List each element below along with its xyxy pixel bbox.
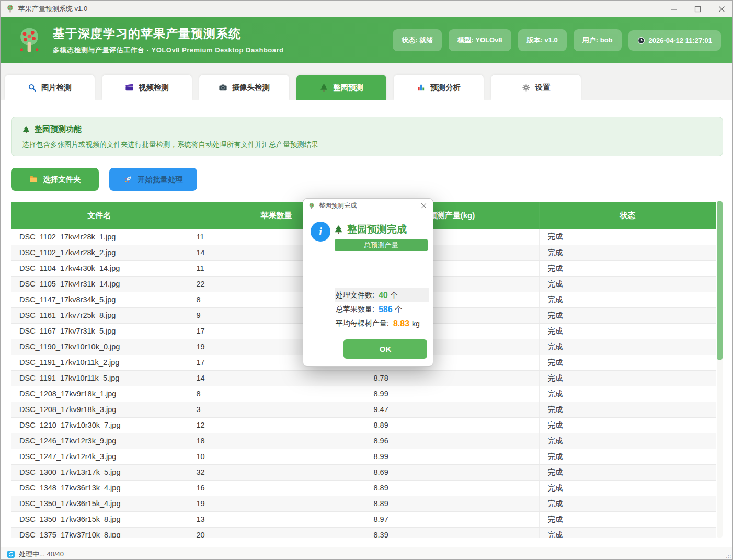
tab-label: 视频检测 [139,83,169,93]
dialog-divider [303,334,433,334]
cell-status: 完成 [539,417,716,433]
table-row[interactable]: DSC_1246_17kv12r3k_9.jpg188.96完成 [11,433,716,449]
cell-yield-kg: 9.47 [365,402,539,417]
minimize-button[interactable] [661,1,685,17]
tab-label: 预测分析 [430,83,461,93]
col-status: 状态 [539,202,716,229]
stat-row: 总苹果数量:586个 [335,302,429,316]
cell-status: 完成 [539,323,716,339]
rocket-icon [123,175,133,184]
cell-yield-kg: 8.99 [365,386,539,402]
header-badge-model: 模型: YOLOv8 [449,29,511,51]
ok-button[interactable]: OK [343,339,427,359]
table-row[interactable]: DSC_1348_17kv36r13k_4.jpg168.89完成 [11,480,716,496]
tab-camera-detect[interactable]: 摄像头检测 [199,75,289,100]
app-window: 苹果产量预测系统 v1.0 基于深度学习的苹果产量预测系统 多模态检测与产量评估… [0,0,733,560]
cell-status: 完成 [539,276,716,292]
table-row[interactable]: DSC_1208_17kv9r18k_1.jpg88.99完成 [11,386,716,402]
table-scrollbar[interactable] [717,201,723,538]
dialog-close-button[interactable] [419,201,428,211]
completion-dialog: 整园预测完成 i 整园预测完成 总预测产量 处理文件数:40个总苹果数量:586… [303,198,433,367]
cell-filename: DSC_1102_17kv4r28k_2.jpg [11,245,188,260]
table-row[interactable]: DSC_1300_17kv13r17k_5.jpg328.69完成 [11,464,716,480]
stat-label: 处理文件数: [336,291,374,300]
cell-status: 完成 [539,496,716,511]
cell-filename: DSC_1246_17kv12r3k_9.jpg [11,433,188,449]
maximize-icon [694,6,701,13]
header-badge-status: 状态: 就绪 [393,29,442,51]
cell-yield-kg: 8.89 [365,480,539,496]
cell-status: 完成 [539,355,716,370]
cell-apples: 20 [188,527,365,538]
start-batch-label: 开始批量处理 [138,175,183,185]
close-button[interactable] [709,1,733,17]
cell-filename: DSC_1147_17kv8r34k_5.jpg [11,292,188,307]
cell-filename: DSC_1350_17kv36r15k_8.jpg [11,511,188,527]
page-title: 基于深度学习的苹果产量预测系统 [53,26,393,42]
table-row[interactable]: DSC_1208_17kv9r18k_3.jpg39.47完成 [11,402,716,417]
cell-apples: 8 [188,386,365,402]
cell-status: 完成 [539,527,716,538]
apple-tree-icon [6,4,15,13]
stat-unit: 个 [391,291,398,300]
table-row[interactable]: DSC_1350_17kv36r15k_8.jpg138.97完成 [11,511,716,527]
window-title: 苹果产量预测系统 v1.0 [18,4,87,14]
table-row[interactable]: DSC_1191_17kv10r11k_5.jpg148.78完成 [11,370,716,386]
header-badge-datetime: 2026-04-12 11:27:01 [628,30,721,51]
start-batch-button[interactable]: 开始批量处理 [109,168,197,191]
banner-title: 整园预测功能 [35,124,82,134]
cell-filename: DSC_1208_17kv9r18k_3.jpg [11,402,188,417]
cell-filename: DSC_1191_17kv10r11k_2.jpg [11,355,188,370]
tab-settings[interactable]: 设置 [491,75,581,100]
tab-image-detect[interactable]: 图片检测 [5,75,95,100]
apple-tree-icon [308,202,315,210]
tab-predict-analysis[interactable]: 预测分析 [394,75,484,100]
cell-yield-kg: 8.89 [365,496,539,511]
cell-status: 完成 [539,449,716,464]
gear-icon [522,83,531,92]
scrollbar-thumb[interactable] [717,201,723,360]
tab-bar: 图片检测视频检测摄像头检测整园预测预测分析设置 [1,63,733,100]
tab-orchard-predict[interactable]: 整园预测 [296,75,386,100]
app-header: 基于深度学习的苹果产量预测系统 多模态检测与产量评估工作台 · YOLOv8 P… [1,17,733,63]
stat-label: 平均每棵树产量: [336,319,389,328]
cell-yield-kg: 8.78 [365,370,539,386]
stat-unit: 个 [395,305,403,314]
stat-row: 处理文件数:40个 [335,288,429,302]
dialog-heading-text: 整园预测完成 [347,223,407,236]
cell-status: 完成 [539,386,716,402]
page-subtitle: 多模态检测与产量评估工作台 · YOLOv8 Premium Desktop D… [53,45,393,55]
tree-icon [334,225,343,235]
window-titlebar: 苹果产量预测系统 v1.0 [1,1,733,17]
cell-apples: 19 [188,496,365,511]
header-badges: 状态: 就绪模型: YOLOv8版本: v1.0用户: bob2026-04-1… [393,29,721,51]
cell-filename: DSC_1375_17kv37r10k_8.jpg [11,527,188,538]
badge-label: 状态: 就绪 [402,36,433,45]
cell-apples: 13 [188,511,365,527]
table-row[interactable]: DSC_1350_17kv36r15k_4.jpg198.89完成 [11,496,716,511]
cell-filename: DSC_1348_17kv36r13k_4.jpg [11,480,188,496]
dialog-titlebar: 整园预测完成 [303,199,433,213]
cell-yield-kg: 8.89 [365,417,539,433]
tree-icon [319,83,328,92]
cell-apples: 32 [188,464,365,480]
badge-label: 2026-04-12 11:27:01 [649,37,712,44]
cell-filename: DSC_1104_17kv4r30k_14.jpg [11,260,188,276]
minimize-icon [670,6,677,13]
tab-label: 设置 [535,83,551,93]
cell-filename: DSC_1190_17kv10r10k_0.jpg [11,339,188,355]
tab-label: 整园预测 [333,83,363,93]
stat-row: 平均每棵树产量:8.83kg [335,316,429,330]
tab-video-detect[interactable]: 视频检测 [102,75,192,100]
clock-icon [637,37,645,44]
search-icon [28,83,37,92]
table-row[interactable]: DSC_1210_17kv10r30k_7.jpg128.89完成 [11,417,716,433]
select-folder-button[interactable]: 选择文件夹 [11,168,99,191]
stat-value: 8.83 [393,319,409,328]
maximize-button[interactable] [685,1,709,17]
table-row[interactable]: DSC_1375_17kv37r10k_8.jpg208.39完成 [11,527,716,538]
table-row[interactable]: DSC_1247_17kv12r4k_3.jpg108.99完成 [11,449,716,464]
resize-grip[interactable]: .:: [726,554,731,559]
cell-yield-kg: 8.69 [365,464,539,480]
stat-value: 586 [379,305,393,314]
